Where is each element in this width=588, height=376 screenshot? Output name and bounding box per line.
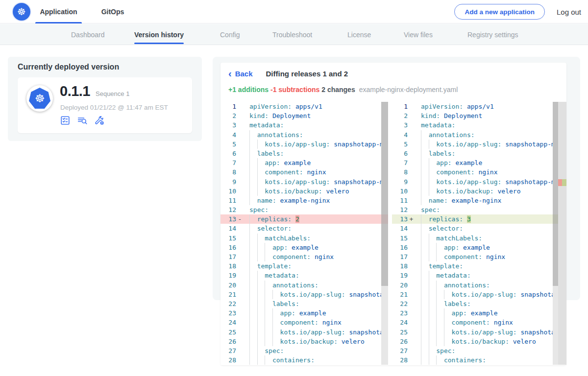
code-line: 23app: example: [392, 308, 566, 318]
indent-guide: [429, 337, 437, 346]
yaml-key: kots.io/backup:: [280, 338, 338, 345]
code-line: 18template:: [392, 261, 566, 271]
indent-guide: [257, 346, 265, 355]
nav-tab-application[interactable]: Application: [35, 0, 82, 23]
diff-marker: [236, 111, 244, 120]
code-text: app: example: [415, 158, 566, 167]
code-text: labels:: [244, 149, 388, 158]
yaml-key: kots.io/backup:: [436, 188, 493, 195]
deploy-checklist-icon[interactable]: [60, 115, 71, 126]
indent-guide: [257, 187, 265, 196]
diff-marker: +: [408, 214, 415, 224]
indent-guide: [265, 318, 272, 327]
line-number: 4: [392, 130, 408, 140]
indent-guide: [429, 346, 437, 355]
yaml-value: example-nginx: [452, 197, 502, 204]
line-number: 20: [392, 281, 408, 290]
line-number: 6: [220, 149, 236, 158]
subtab-version-history[interactable]: Version history: [134, 24, 184, 45]
indent-guide: [429, 187, 437, 196]
currently-deployed-card: Currently deployed version ☸ 0.1.1 Seque…: [8, 57, 202, 141]
code-line: 6labels:: [392, 149, 566, 158]
diff-marker: [408, 149, 415, 158]
indent-guide: [444, 308, 452, 318]
code-line: 19metadata:: [220, 271, 388, 280]
diff-marker: [408, 346, 415, 355]
line-number: 8: [392, 167, 408, 177]
diff-marker: [408, 120, 415, 130]
code-text: kots.io/backup: velero: [244, 187, 388, 196]
yaml-value: velero: [326, 188, 349, 195]
code-line: 21kots.io/app-slug: snapshotap: [220, 290, 388, 299]
diff-marker: [408, 243, 415, 252]
line-number: 2: [392, 111, 408, 120]
diff-marker: [408, 102, 415, 111]
indent-guide: [421, 346, 429, 355]
indent-guide: [436, 355, 444, 365]
subtab-config[interactable]: Config: [220, 24, 240, 45]
line-number: 21: [220, 290, 236, 299]
code-text: kots.io/app-slug: snapshotapp-mu: [415, 177, 566, 187]
yaml-value: velero: [342, 338, 365, 345]
yaml-value: example: [292, 244, 318, 251]
code-line: 20annotations:: [220, 281, 388, 290]
yaml-key: labels:: [257, 150, 284, 157]
back-button[interactable]: ‹ Back: [228, 70, 253, 78]
nav-tab-gitops[interactable]: GitOps: [97, 0, 128, 23]
indent-guide: [249, 299, 257, 308]
indent-guide: [265, 308, 272, 318]
yaml-key: labels:: [272, 300, 299, 307]
yaml-key: metadata:: [265, 272, 299, 279]
changes-count: 2 changes: [321, 86, 355, 94]
line-number: 19: [392, 271, 408, 280]
line-number: 14: [392, 224, 408, 233]
code-line: 3metadata:: [220, 120, 388, 130]
code-text: template:: [244, 261, 388, 271]
yaml-key: component:: [265, 168, 303, 176]
add-application-button[interactable]: Add a new application: [454, 4, 545, 20]
yaml-key: kind:: [249, 112, 269, 119]
yaml-key: component:: [272, 253, 311, 260]
code-line: 7app: example: [220, 158, 388, 167]
tools-gear-icon[interactable]: [94, 115, 105, 126]
editor-scrollbar[interactable]: [381, 102, 388, 365]
code-text: replicas: 2: [244, 214, 388, 224]
indent-guide: [429, 290, 437, 299]
code-text: metadata:: [415, 271, 566, 280]
diff-marker: [236, 158, 244, 167]
yaml-key: template:: [429, 262, 463, 270]
code-line: 18template:: [220, 261, 388, 271]
code-text: template:: [415, 261, 566, 271]
diff-editor-original[interactable]: 1apiVersion: apps/v12kind: Deployment3me…: [220, 102, 388, 365]
yaml-key: metadata:: [421, 121, 455, 129]
logout-button[interactable]: Log out: [557, 0, 581, 24]
code-line: 11name: example-nginx: [392, 196, 566, 205]
subtab-license[interactable]: License: [347, 24, 371, 45]
subtab-dashboard[interactable]: Dashboard: [71, 24, 105, 45]
code-line: 13-replicas: 2: [220, 214, 388, 224]
line-number: 12: [392, 205, 408, 214]
subtab-registry-settings[interactable]: Registry settings: [467, 24, 518, 45]
yaml-value: example: [284, 159, 311, 166]
subtab-view-files[interactable]: View files: [404, 24, 433, 45]
line-number: 7: [220, 158, 236, 167]
yaml-key: selector:: [429, 225, 463, 232]
indent-guide: [429, 271, 437, 280]
indent-guide: [436, 281, 444, 290]
code-text: kots.io/app-slug: snapshotap: [244, 290, 388, 299]
diff-marker: [236, 337, 244, 346]
editor-scrollbar[interactable]: [553, 102, 558, 365]
yaml-key: apiVersion:: [421, 103, 463, 110]
kubernetes-logo-icon: ☸: [13, 3, 30, 21]
indent-guide: [249, 243, 257, 252]
indent-guide: [421, 318, 429, 327]
indent-guide: [249, 234, 257, 243]
yaml-key: app:: [265, 159, 280, 166]
diff-editor-modified[interactable]: 1apiVersion: apps/v12kind: Deployment3me…: [392, 102, 566, 365]
subtab-troubleshoot[interactable]: Troubleshoot: [272, 24, 312, 45]
ruler-deletion-mark: [558, 179, 562, 186]
view-logs-icon[interactable]: [77, 115, 88, 126]
line-number: 13: [220, 214, 236, 224]
indent-guide: [249, 130, 257, 140]
yaml-value: nginx: [315, 253, 334, 260]
